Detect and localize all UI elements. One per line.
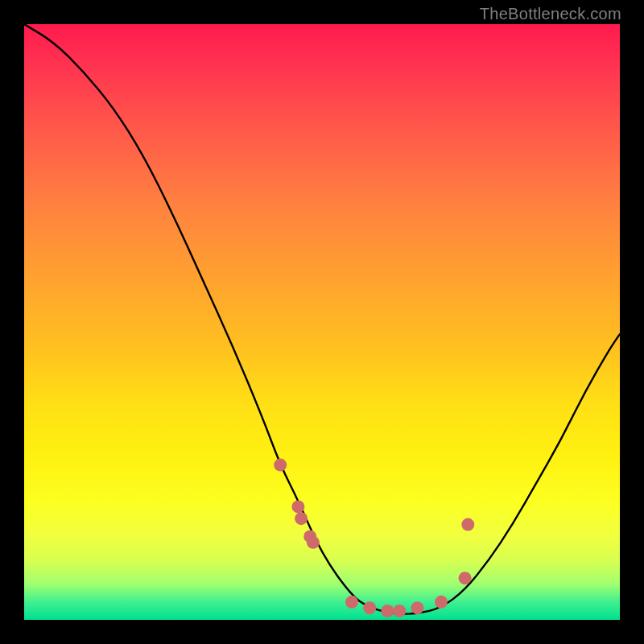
scatter-point bbox=[411, 601, 423, 614]
scatter-point bbox=[461, 518, 474, 531]
scatter-point bbox=[307, 536, 320, 549]
chart-container: TheBottleneck.com bbox=[0, 0, 644, 644]
plot-area bbox=[24, 24, 620, 620]
scatter-point bbox=[459, 572, 472, 584]
scatter-point bbox=[274, 459, 287, 472]
scatter-point bbox=[393, 605, 406, 617]
scatter-point bbox=[295, 512, 308, 525]
scatter-point bbox=[363, 601, 376, 614]
scatter-point bbox=[381, 605, 394, 617]
bottleneck-curve bbox=[24, 24, 620, 614]
watermark-text: TheBottleneck.com bbox=[480, 5, 621, 23]
scatter-point bbox=[345, 596, 358, 609]
chart-svg bbox=[24, 24, 620, 620]
scatter-point bbox=[291, 500, 304, 513]
scatter-points bbox=[274, 459, 474, 617]
scatter-point bbox=[435, 596, 448, 609]
